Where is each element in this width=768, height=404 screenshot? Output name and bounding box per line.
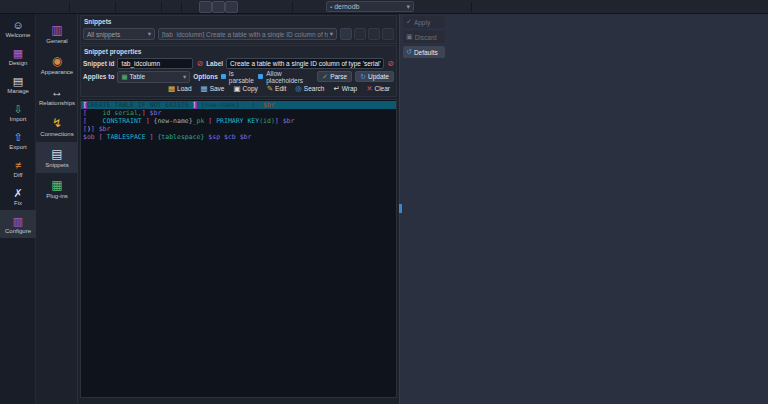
label-alert-icon: ⊘ bbox=[387, 59, 394, 68]
chevron-down-icon: ▾ bbox=[406, 3, 410, 11]
export-file-icon[interactable] bbox=[100, 1, 113, 13]
splitter-handle[interactable] bbox=[399, 204, 402, 213]
zoom-in-icon[interactable] bbox=[146, 1, 159, 13]
sidebar-item-configure[interactable]: ▥ Configure bbox=[0, 210, 36, 238]
config-item-snippets[interactable]: ▤ Snippets bbox=[36, 142, 78, 173]
grid-toggle-icon[interactable] bbox=[199, 1, 212, 13]
discard-button[interactable]: ▣ Discard bbox=[403, 31, 445, 43]
sidebar-item-manage[interactable]: ▤ Manage bbox=[0, 70, 36, 98]
fit-view-icon[interactable] bbox=[166, 1, 179, 13]
snippet-select[interactable]: [tab_idcolumn] Create a table with a sin… bbox=[158, 28, 337, 40]
load-button[interactable]: ▦ Load bbox=[168, 84, 192, 93]
appearance-icon: ◉ bbox=[52, 55, 62, 68]
snippet-selector-row: All snippets ▾ [tab_idcolumn] Create a t… bbox=[83, 27, 394, 41]
editor-button-icon: ▦ bbox=[201, 84, 208, 93]
config-item-label: General bbox=[46, 38, 67, 44]
find-object-icon[interactable] bbox=[430, 1, 443, 13]
print-icon[interactable] bbox=[74, 1, 87, 13]
swap-ids-icon[interactable] bbox=[443, 1, 456, 13]
sql-preview-icon[interactable] bbox=[417, 1, 430, 13]
chevron-down-icon: ▾ bbox=[183, 73, 186, 81]
delete-snippet-button[interactable] bbox=[368, 28, 380, 40]
database-select[interactable]: ▪ demodb ▾ bbox=[326, 1, 414, 12]
config-item-general[interactable]: ▥ General bbox=[36, 18, 78, 49]
snippet-filter-select[interactable]: All snippets ▾ bbox=[83, 28, 155, 40]
line-mode-icon[interactable] bbox=[225, 1, 238, 13]
dialog-background: ✓ Apply ▣ Discard ↺ Defaults bbox=[401, 14, 768, 404]
nav-item-label: Configure bbox=[5, 228, 31, 234]
toolbar-separator bbox=[471, 2, 474, 12]
check-icon: ✓ bbox=[406, 18, 412, 26]
support-icon[interactable] bbox=[502, 1, 515, 13]
parse-button[interactable]: ✓ Parse bbox=[317, 71, 352, 82]
zoom-reset-icon[interactable] bbox=[133, 1, 146, 13]
search-button[interactable]: ◎ Search bbox=[295, 84, 324, 93]
snippet-action-buttons bbox=[340, 28, 394, 40]
config-item-appearance[interactable]: ◉ Appearance bbox=[36, 49, 78, 80]
new-model-icon[interactable] bbox=[15, 1, 28, 13]
snippet-select-value: [tab_idcolumn] Create a table with a sin… bbox=[162, 31, 328, 38]
code-line[interactable]: [)] $br bbox=[81, 125, 396, 133]
edit-button[interactable]: ✎ Edit bbox=[267, 84, 287, 93]
zoom-out-icon[interactable] bbox=[120, 1, 133, 13]
allow-placeholders-checkbox[interactable] bbox=[258, 74, 263, 79]
config-item-label: Relationships bbox=[39, 100, 75, 106]
sidebar-item-fix[interactable]: ✗ Fix bbox=[0, 182, 36, 210]
snap-grid-icon[interactable] bbox=[212, 1, 225, 13]
toolbar-separator bbox=[161, 2, 164, 12]
applies-to-select[interactable]: ▦ Table ▾ bbox=[117, 71, 190, 83]
import-model-icon[interactable] bbox=[54, 1, 67, 13]
save-button[interactable]: ▦ Save bbox=[201, 84, 225, 93]
sidebar-item-welcome[interactable]: ☺ Welcome bbox=[0, 14, 36, 42]
nav-forward-icon[interactable] bbox=[310, 1, 323, 13]
nav-item-label: Export bbox=[9, 144, 26, 150]
toolbar-left-group bbox=[2, 1, 323, 13]
update-button[interactable]: ↻ Update bbox=[355, 71, 394, 82]
save-model-icon[interactable] bbox=[28, 1, 41, 13]
copy-button[interactable]: ▣ Copy bbox=[234, 84, 258, 93]
sidebar-item-design[interactable]: ▦ Design bbox=[0, 42, 36, 70]
bug-report-icon[interactable] bbox=[476, 1, 489, 13]
code-line[interactable]: [CREATE TABLE IF NOT EXISTS ] {new-name}… bbox=[81, 101, 396, 109]
snippet-code-editor[interactable]: [CREATE TABLE IF NOT EXISTS ] {new-name}… bbox=[80, 99, 397, 398]
config-item-relationships[interactable]: ↔ Relationships bbox=[36, 80, 78, 111]
menu-icon[interactable] bbox=[2, 1, 15, 13]
flip-view-icon[interactable] bbox=[186, 1, 199, 13]
open-model-icon[interactable] bbox=[41, 1, 54, 13]
arrange-objects-icon[interactable] bbox=[238, 1, 251, 13]
apply-button[interactable]: ✓ Apply bbox=[403, 16, 445, 28]
selection-bounds-icon[interactable] bbox=[251, 1, 264, 13]
nav-back-icon[interactable] bbox=[297, 1, 310, 13]
export-image-icon[interactable] bbox=[87, 1, 100, 13]
editor-button-label: Search bbox=[304, 85, 325, 92]
nav-item-label: Diff bbox=[14, 172, 23, 178]
sidebar-item-diff[interactable]: ≠ Diff bbox=[0, 154, 36, 182]
code-line[interactable]: [ CONSTRAINT ] {new-name}_pk [ PRIMARY K… bbox=[81, 117, 396, 125]
sidebar-item-import[interactable]: ⇩ Import bbox=[0, 98, 36, 126]
wrap-button[interactable]: ↵ Wrap bbox=[333, 84, 357, 93]
changelog-icon[interactable] bbox=[528, 1, 541, 13]
toolbar-separator bbox=[115, 2, 118, 12]
snippet-id-input[interactable]: tab_idcolumn bbox=[117, 58, 193, 69]
search-model-icon[interactable] bbox=[515, 1, 528, 13]
label-input[interactable]: Create a table with a single ID column o… bbox=[226, 58, 384, 69]
graph-links-icon[interactable] bbox=[264, 1, 277, 13]
model-objects-icon[interactable] bbox=[456, 1, 469, 13]
config-item-plugins[interactable]: ▦ Plug-ins bbox=[36, 173, 78, 204]
donate-icon[interactable] bbox=[489, 1, 502, 13]
code-line[interactable]: [ id serial,] $br bbox=[81, 109, 396, 117]
config-item-connections[interactable]: ↯ Connections bbox=[36, 111, 78, 142]
layers-icon[interactable] bbox=[277, 1, 290, 13]
editor-button-label: Save bbox=[210, 85, 225, 92]
is-parsable-checkbox[interactable] bbox=[221, 74, 226, 79]
clear-button[interactable]: ✕ Clear bbox=[366, 84, 390, 93]
defaults-button[interactable]: ↺ Defaults bbox=[403, 46, 445, 58]
editor-button-label: Edit bbox=[275, 85, 286, 92]
remove-all-snippets-button[interactable] bbox=[340, 28, 352, 40]
code-line[interactable]: $ob [ TABLESPACE ] {tablespace} $sp $cb … bbox=[81, 133, 396, 141]
edit-snippet-button[interactable] bbox=[354, 28, 366, 40]
manage-icon: ▤ bbox=[13, 75, 23, 87]
editor-button-icon: ✎ bbox=[267, 84, 273, 93]
sidebar-item-export[interactable]: ⇧ Export bbox=[0, 126, 36, 154]
add-snippet-button[interactable] bbox=[382, 28, 394, 40]
